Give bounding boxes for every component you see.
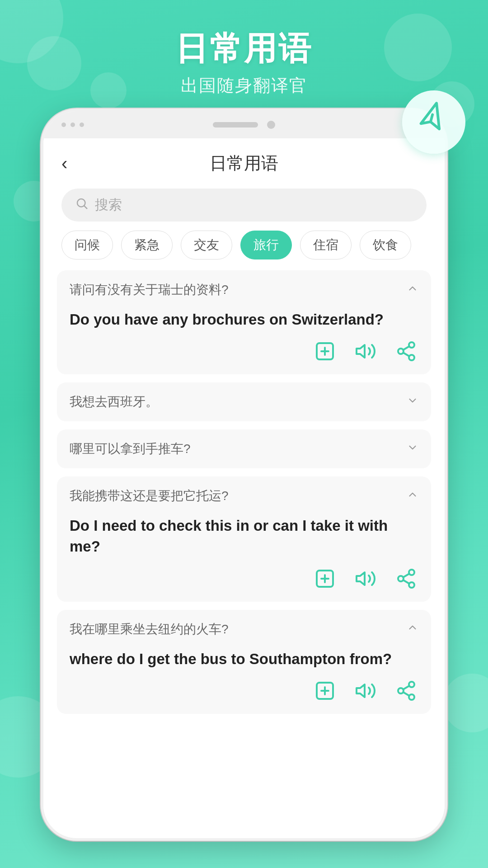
phrase-header-1[interactable]: 请问有没有关于瑞士的资料? xyxy=(57,270,431,309)
phrase-chevron-4 xyxy=(407,489,418,504)
phrase-chevron-5 xyxy=(407,622,418,637)
search-icon xyxy=(75,197,89,213)
app-nav-title: 日常用语 xyxy=(210,152,278,175)
phrase-en-4: Do I need to check this in or can I take… xyxy=(70,515,418,557)
phrase-item-2: 我想去西班牙。 xyxy=(57,382,431,421)
phone-mockup: ‹ 日常用语 搜索 问候 紧急 xyxy=(41,108,447,841)
phrase-header-4[interactable]: 我能携带这还是要把它托运? xyxy=(57,476,431,515)
phrase-actions-5 xyxy=(70,679,418,703)
phrase-item-1: 请问有没有关于瑞士的资料? Do you have any brochures … xyxy=(57,270,431,374)
phrase-chevron-1 xyxy=(407,283,418,297)
tab-stay[interactable]: 住宿 xyxy=(300,231,352,259)
plane-button[interactable] xyxy=(402,90,465,154)
phone-inner: ‹ 日常用语 搜索 问候 紧急 xyxy=(43,111,445,838)
phrase-item-4: 我能携带这还是要把它托运? Do I need to check this in… xyxy=(57,476,431,601)
phrase-cn-5: 我在哪里乘坐去纽约的火车? xyxy=(70,621,229,638)
phrase-actions-1 xyxy=(70,339,418,363)
back-button[interactable]: ‹ xyxy=(61,153,67,174)
phrase-header-3[interactable]: 哪里可以拿到手推车? xyxy=(57,429,431,468)
share-button-1[interactable] xyxy=(394,339,418,363)
phrase-item-5: 我在哪里乘坐去纽约的火车? where do I get the bus to … xyxy=(57,610,431,714)
tab-social[interactable]: 交友 xyxy=(181,231,232,259)
header-subtitle: 出国随身翻译官 xyxy=(0,74,488,97)
phrase-cn-2: 我想去西班牙。 xyxy=(70,393,158,410)
phrase-item-3: 哪里可以拿到手推车? xyxy=(57,429,431,468)
phone-frame: ‹ 日常用语 搜索 问候 紧急 xyxy=(41,108,447,841)
share-button-4[interactable] xyxy=(394,566,418,591)
search-input[interactable]: 搜索 xyxy=(95,196,122,214)
phrase-chevron-2 xyxy=(407,395,418,410)
phone-dot xyxy=(61,123,66,127)
phrase-header-2[interactable]: 我想去西班牙。 xyxy=(57,382,431,421)
phrase-expanded-5: where do I get the bus to Southampton fr… xyxy=(57,649,431,714)
phone-dot-3 xyxy=(80,123,84,127)
phrase-chevron-3 xyxy=(407,442,418,457)
phone-dots xyxy=(61,123,84,127)
phrase-header-5[interactable]: 我在哪里乘坐去纽约的火车? xyxy=(57,610,431,649)
phrase-cn-1: 请问有没有关于瑞士的资料? xyxy=(70,281,229,298)
header-title: 日常用语 xyxy=(0,27,488,71)
add-button-5[interactable] xyxy=(313,679,337,703)
phrase-cn-4: 我能携带这还是要把它托运? xyxy=(70,487,229,505)
tab-travel[interactable]: 旅行 xyxy=(240,231,292,259)
phrase-en-1: Do you have any brochures on Switzerland… xyxy=(70,309,418,330)
search-bar[interactable]: 搜索 xyxy=(61,189,427,222)
tab-greet[interactable]: 问候 xyxy=(61,231,113,259)
plane-icon xyxy=(411,98,457,146)
share-button-5[interactable] xyxy=(394,679,418,703)
phrase-actions-4 xyxy=(70,566,418,591)
phrase-cn-3: 哪里可以拿到手推车? xyxy=(70,440,191,458)
phrase-en-5: where do I get the bus to Southampton fr… xyxy=(70,649,418,670)
phone-dot-2 xyxy=(70,123,75,127)
tab-urgent[interactable]: 紧急 xyxy=(121,231,173,259)
add-button-4[interactable] xyxy=(313,566,337,591)
sound-button-5[interactable] xyxy=(353,679,378,703)
phone-camera xyxy=(267,121,275,129)
phone-speaker xyxy=(213,122,258,127)
add-button-1[interactable] xyxy=(313,339,337,363)
app-content: ‹ 日常用语 搜索 问候 紧急 xyxy=(43,138,445,838)
phone-topbar xyxy=(43,111,445,138)
tab-food[interactable]: 饮食 xyxy=(360,231,411,259)
sound-button-1[interactable] xyxy=(353,339,378,363)
app-header: ‹ 日常用语 xyxy=(43,138,445,184)
sound-button-4[interactable] xyxy=(353,566,378,591)
header-area: 日常用语 出国随身翻译官 xyxy=(0,27,488,97)
phrase-expanded-1: Do you have any brochures on Switzerland… xyxy=(57,309,431,374)
phrase-expanded-4: Do I need to check this in or can I take… xyxy=(57,515,431,601)
phrase-list: 请问有没有关于瑞士的资料? Do you have any brochures … xyxy=(43,270,445,838)
category-tabs: 问候 紧急 交友 旅行 住宿 饮食 xyxy=(43,231,445,270)
